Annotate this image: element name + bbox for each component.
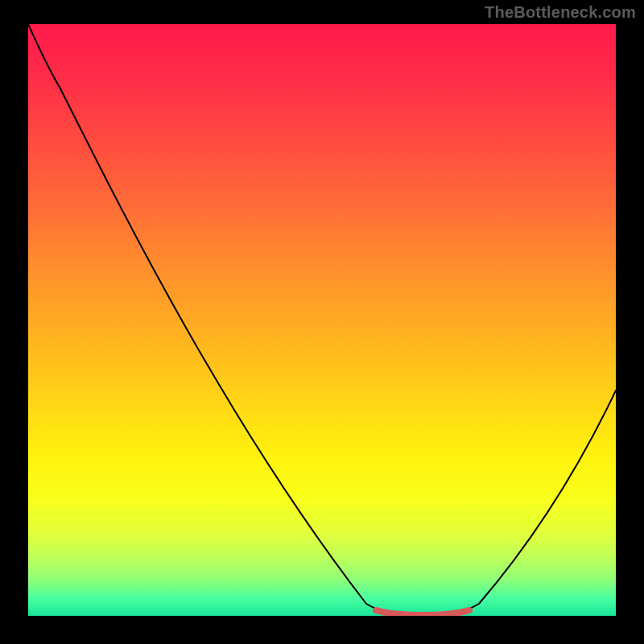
watermark-text: TheBottleneck.com <box>485 3 636 22</box>
bottleneck-curve <box>28 24 616 614</box>
flat-bottom-highlight <box>376 610 469 615</box>
plot-area <box>28 24 616 616</box>
curve-layer <box>28 24 616 616</box>
chart-frame: TheBottleneck.com <box>0 0 644 644</box>
